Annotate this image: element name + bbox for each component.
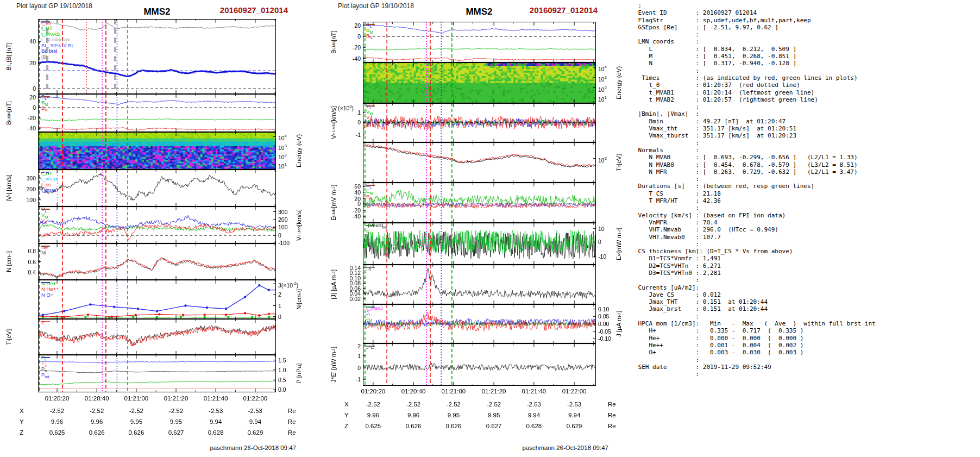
legend-label: JM xyxy=(366,315,372,323)
legend: t_cst_HTt_MVABt_BLminmaxBL, 50% of BLBL … xyxy=(41,20,74,60)
legend-label: EN xyxy=(366,193,373,201)
legend-item: t_jmax xyxy=(41,187,58,193)
legend-item: N O+ xyxy=(41,292,59,298)
marker-N-He+ xyxy=(84,316,86,318)
time-tick-label: 01:20:40 xyxy=(396,388,431,395)
position-row-label: Y xyxy=(20,418,24,425)
y-tick-label: 1 xyxy=(278,303,281,309)
info-line: T_CS : 21.18 xyxy=(635,190,876,197)
position-unit: Re xyxy=(608,423,616,429)
legend: NeNi xyxy=(41,244,48,255)
position-value: 0.626 xyxy=(397,423,430,429)
y-axis-label: Ti [eV] xyxy=(5,319,12,355)
y-tick-label: 0 xyxy=(278,314,281,320)
y-axis-label: N [cm-3] xyxy=(5,243,12,280)
position-value: -2.52 xyxy=(41,408,73,414)
y-tick-label: 300 xyxy=(278,209,288,215)
series-V_N xyxy=(363,116,596,130)
y-tick-label: 0.6 xyxy=(15,259,36,265)
position-value: 0.628 xyxy=(199,429,232,436)
info-line: Event ID : 20160927_012014 xyxy=(635,9,876,16)
left-panel-title: MMS2 xyxy=(127,7,187,17)
marker-N-He+ xyxy=(203,316,205,318)
position-value: -2.52 xyxy=(437,401,470,408)
info-line: D3=TCS*VHTn0 : 2,281 xyxy=(635,270,876,277)
legend-line-sample xyxy=(366,265,375,270)
legend-item: |B| xyxy=(41,54,74,60)
series-V_N xyxy=(38,224,276,240)
mid-panel-electron-spectrogram: 104103102101Energy (eV) xyxy=(363,62,596,103)
time-tick-label: 01:21:20 xyxy=(159,395,193,402)
position-unit: Re xyxy=(288,418,296,425)
left-footer-credit: paschmann 26-Oct-2018 09:47 xyxy=(171,445,296,451)
legend: T xyxy=(41,320,45,325)
position-value: -2.52 xyxy=(357,401,390,408)
legend: VLVMVN xyxy=(366,104,373,121)
series-V_M xyxy=(38,224,276,231)
y-tick-label: 0 xyxy=(278,233,281,238)
legend-item: VN xyxy=(41,218,48,224)
mid-plot-layout-label: Plot layout GP 19/10/2018 xyxy=(338,2,414,10)
legend-item: J*E' xyxy=(366,344,375,350)
series-B_M xyxy=(38,118,276,121)
y-tick-label: 0.00 xyxy=(598,321,609,327)
y-tick-label: 102 xyxy=(278,153,287,160)
y-tick-label: 10 xyxy=(598,226,605,231)
ti-chart xyxy=(38,319,276,355)
y-tick-label: 100 xyxy=(15,197,36,203)
ve-lmn-chart xyxy=(363,103,596,142)
time-tick-label: 01:21:40 xyxy=(517,388,551,395)
position-value: -2.52 xyxy=(120,408,153,414)
j-lmn-chart xyxy=(363,304,596,343)
legend-line-sample xyxy=(366,22,375,27)
legend-item: VN xyxy=(366,115,373,121)
legend: PiPePbPtot xyxy=(41,355,49,378)
series-Ne xyxy=(38,258,276,277)
y-tick-label: 1 xyxy=(340,353,361,359)
info-line: O+ : 0.003 - 0.030 ( 0.003 ) xyxy=(635,349,876,356)
position-unit: Re xyxy=(608,401,616,408)
y-axis-label: Ve LMN [km/s] xyxy=(330,103,337,142)
position-row-label: Z xyxy=(20,429,23,436)
mid-footer-credit: paschmann 26-Oct-2018 09:47 xyxy=(483,445,608,451)
position-value: 9.95 xyxy=(160,418,192,425)
y-tick-label: 104 xyxy=(598,65,607,72)
position-unit: Re xyxy=(608,412,616,418)
marker-N-O+ xyxy=(156,310,158,312)
marker-N-He++ xyxy=(225,314,227,316)
legend-label: N He++ xyxy=(41,286,59,292)
left-panel-ion-spectrogram: 104103102101Energy (eV) xyxy=(38,132,276,170)
marker-N-He++ xyxy=(182,314,184,316)
legend-item: BL brst xyxy=(41,48,74,54)
blmn-mid-chart xyxy=(363,22,596,62)
legend-item: JM xyxy=(366,316,383,322)
left-panel-blmn: 200-20-40BLMN [nT]BLBMBN xyxy=(38,94,276,132)
time-tick-label: 01:20:20 xyxy=(356,388,391,395)
legend-label: Ni xyxy=(41,249,46,255)
info-line: Jmax_THT : 0.151 at 01:20:44 xyxy=(635,298,876,305)
info-line: Currents [uA/m2]: xyxy=(635,284,876,291)
marker-N-O+ xyxy=(268,289,270,291)
legend-line-sample xyxy=(41,95,50,99)
mid-event-id: 20160927_012014 xyxy=(500,5,598,15)
info-line: D1=TCS*Vnmfr : 1,491 xyxy=(635,255,876,262)
legend-line-sample xyxy=(366,223,375,228)
time-tick-label: 01:21:00 xyxy=(436,388,471,395)
position-value: -2.53 xyxy=(558,401,590,408)
position-value: -2.52 xyxy=(397,401,430,408)
marker-N-O+ xyxy=(258,284,260,286)
electron-spectrogram-chart xyxy=(363,62,596,103)
vi-mag-chart xyxy=(38,170,276,206)
legend-line-sample xyxy=(41,170,50,174)
y-axis-label-right: Energy (eV) xyxy=(296,132,302,170)
info-line: : xyxy=(635,277,876,284)
y-tick-label: 20 xyxy=(15,95,36,100)
y-tick-label: 100 xyxy=(278,224,288,230)
y-tick-label: -1 xyxy=(340,132,361,137)
info-line: H+ : 0.335 - 0.717 ( 0.335 ) xyxy=(635,327,876,334)
series-B_L xyxy=(363,24,596,33)
info-line: Bmin : 49.27 [nT] at 01:20:47 xyxy=(635,118,876,125)
info-line: t_0 : 01:20:37 (red dotted line) xyxy=(635,82,876,89)
y-tick-label: 1.5 xyxy=(278,358,286,363)
marker-N-O+ xyxy=(206,306,208,309)
